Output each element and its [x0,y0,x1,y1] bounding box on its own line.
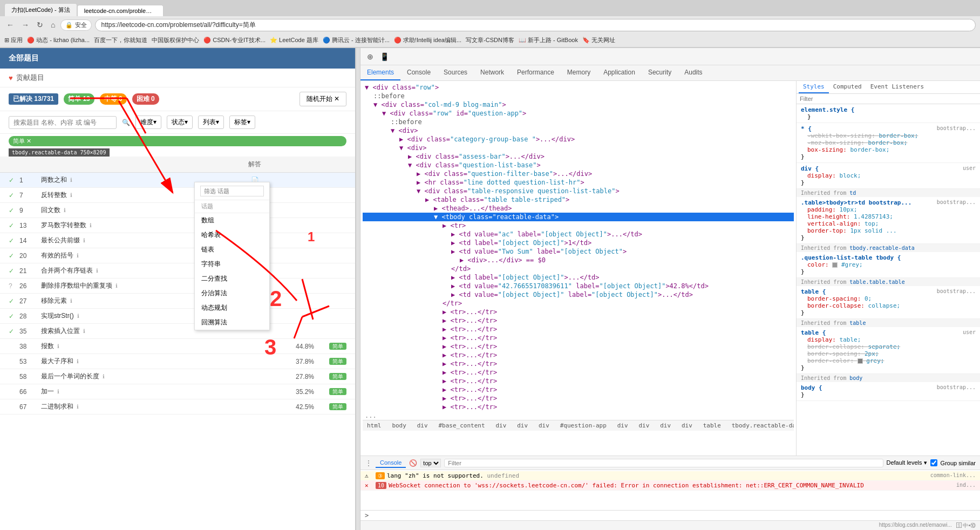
dom-line[interactable]: ▶ <tr>...</tr> [363,334,794,342]
topic-item[interactable]: 二分查找 [195,271,269,286]
topic-item[interactable]: 链表 [195,242,269,257]
dom-line[interactable]: ▶ <div class="assess-bar">...</div> [363,152,794,161]
topic-item[interactable]: 字符串 [195,257,269,271]
bookmark-5[interactable]: ⭐ LeetCode 题库 [270,36,318,44]
error-source[interactable]: ind... [956,482,976,489]
breadcrumb-div-4[interactable]: div [539,422,549,429]
table-row[interactable]: 67 二进制求和 ℹ 42.5% 简单 [0,399,355,415]
bookmark-4[interactable]: 🔴 CSDN-专业IT技术... [203,36,266,44]
tab-performance[interactable]: Performance [511,65,561,80]
browser-tab-2[interactable]: leetcode-cn.com/problemset/all/ [77,5,164,16]
dom-line[interactable]: ▶ <tr>...</tr> [363,385,794,394]
breadcrumb-div-8[interactable]: div [682,422,692,429]
devtools-inspect-btn[interactable]: ⊕ [365,51,376,62]
table-row[interactable]: ✓ 7 反转整数 ℹ [0,188,355,203]
dom-line[interactable]: ▶ <td value="Two Sum" label="[object Obj… [363,247,794,256]
console-menu-icon[interactable]: ⋮ [365,459,372,467]
console-filter-input[interactable] [444,459,883,467]
dom-line[interactable]: ▶ <div>...</div> == $0 [363,256,794,264]
refresh-button[interactable]: ↻ [35,19,45,30]
dom-line[interactable]: ▶ <tr> [363,221,794,230]
breadcrumb-question-app[interactable]: #question-app [560,422,607,429]
table-row[interactable]: ? 26 删除排序数组中的重复项 ℹ 📄 [0,278,355,294]
dom-line-selected[interactable]: ▼ <tbody class="reactable-data"> [363,213,794,221]
default-levels-label[interactable]: Default levels ▾ [887,459,927,466]
dom-line[interactable]: ::before [363,118,794,126]
dom-line[interactable]: ▶ <tr>...</tr> [363,316,794,325]
topic-item[interactable]: 分治算法 [195,286,269,301]
console-context-select[interactable]: top [420,459,441,467]
tab-sources[interactable]: Sources [437,65,474,80]
warning-source[interactable]: common-link... [930,472,976,479]
styles-tab-computed[interactable]: Computed [829,81,866,93]
topic-item[interactable]: 数组 [195,213,269,228]
table-row[interactable]: ✓ 35 搜索插入位置 ℹ [0,324,355,339]
dom-line[interactable]: ▶ <hr class="line dotted question-list-h… [363,178,794,187]
tab-application[interactable]: Application [597,65,642,80]
dom-line[interactable]: ▼ <div class="row"> [363,83,794,92]
group-similar-checkbox[interactable] [930,459,937,466]
breadcrumb-div-2[interactable]: div [495,422,506,429]
breadcrumb-table[interactable]: table [703,422,721,429]
styles-tab-styles[interactable]: Styles [799,81,829,93]
tab-audits[interactable]: Audits [678,65,709,80]
dom-line[interactable]: ▶ <table class="table table-striped"> [363,195,794,204]
breadcrumb-div-1[interactable]: div [417,422,428,429]
devtools-device-btn[interactable]: 📱 [378,51,391,62]
list-filter[interactable]: 列表▾ [198,115,224,129]
topic-item[interactable]: 回溯算法 [195,315,269,330]
dom-line[interactable]: ▶ <tr>...</tr> [363,325,794,334]
bookmark-2[interactable]: 百度一下，你就知道 [94,36,147,44]
dom-line[interactable]: ▶ <td label="[object Object]">1</td> [363,239,794,247]
breadcrumb-div-7[interactable]: div [660,422,671,429]
tab-elements[interactable]: Elements [360,65,400,80]
topic-dropdown[interactable]: 话题 数组 哈希表 链表 字符串 二分查找 分治算法 动态规划 回溯算法 [194,182,270,330]
styles-filter-input[interactable] [797,94,980,104]
dom-line[interactable]: ▶ <tr>...</tr> [363,359,794,368]
dom-line[interactable]: ▶ <td value="ac" label="[object Object]"… [363,230,794,239]
bookmark-8[interactable]: 写文章-CSDN博客 [466,36,514,44]
forward-button[interactable]: → [19,19,31,30]
clear-console-button[interactable]: 🚫 [409,459,417,467]
table-row[interactable]: ✓ 27 移除元素 ℹ 📄 [0,294,355,309]
tab-memory[interactable]: Memory [561,65,597,80]
table-row[interactable]: 38 报数 ℹ 44.8% 简单 [0,339,355,354]
bookmark-9[interactable]: 📖 新手上路 - GitBook [519,36,578,44]
breadcrumb-div-5[interactable]: div [617,422,628,429]
dom-line[interactable]: ▶ <td value="[object Object]" label="[ob… [363,290,794,299]
tab-network[interactable]: Network [474,65,511,80]
bookmark-7[interactable]: 🔴 求助!Intellij idea编辑... [394,36,461,44]
search-input[interactable] [9,116,117,129]
difficulty-filter[interactable]: 难度▾ [135,115,161,129]
status-filter[interactable]: 状态▾ [167,115,193,129]
table-row[interactable]: ✓ 21 合并两个有序链表 ℹ [0,263,355,278]
breadcrumb-div-6[interactable]: div [638,422,649,429]
dom-line[interactable]: ▶ <div class="category-group-base ">...<… [363,135,794,144]
dom-line[interactable]: ▶ <div class="question-filter-base">...<… [363,169,794,178]
console-input[interactable] [371,512,976,519]
active-filter-easy[interactable]: 简单 ✕ [9,136,346,146]
table-row[interactable]: ✓ 9 回文数 ℹ [0,203,355,218]
table-row[interactable]: 53 最大子序和 ℹ 37.8% 简单 [0,354,355,369]
table-row[interactable]: ✓ 20 有效的括号 ℹ [0,248,355,263]
console-tab[interactable]: Console [376,458,406,468]
styles-tab-event-listeners[interactable]: Event Listeners [866,81,928,93]
dom-line[interactable]: ▼ <div class="col-md-9 blog-main"> [363,100,794,109]
breadcrumb-tbody[interactable]: tbody.reactable-data [732,422,794,429]
dom-line[interactable]: ▼ <div class="table-responsive question-… [363,187,794,195]
table-row[interactable]: 66 加一 ℹ 35.2% 简单 [0,384,355,399]
dom-line[interactable]: ::before [363,92,794,100]
table-row[interactable]: ✓ 1 两数之和 ℹ 📄 [0,173,355,188]
tab-console[interactable]: Console [400,65,437,80]
table-row[interactable]: ✓ 28 实现strStr() ℹ [0,309,355,324]
dom-line[interactable]: ▶ <tr>...</tr> [363,308,794,316]
dom-line[interactable]: ▶ <td label="[object Object]">...</td> [363,273,794,282]
dom-line[interactable]: ▼ <div class="row" id="question-app"> [363,109,794,118]
dom-line[interactable]: </td> [363,264,794,273]
bookmark-apps[interactable]: ⊞ 应用 [4,36,23,44]
home-button[interactable]: ⌂ [49,19,57,30]
topic-search-input[interactable] [200,186,264,196]
dom-line[interactable]: ▼ <div> [363,126,794,135]
topic-item[interactable]: 动态规划 [195,301,269,315]
dom-line[interactable]: ▼ <div class="question-list-base"> [363,161,794,169]
